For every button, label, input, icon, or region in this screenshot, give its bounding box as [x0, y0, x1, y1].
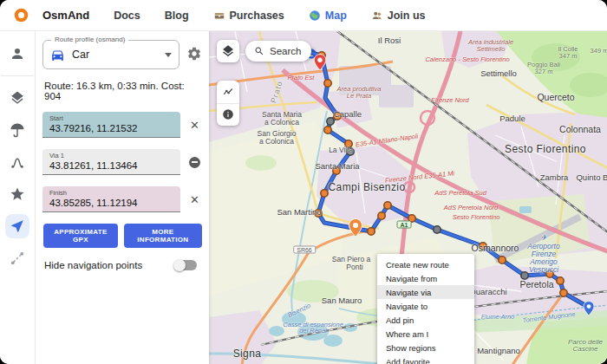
- track-analyzer-button[interactable]: [217, 81, 239, 103]
- point-field-start[interactable]: Start43.79216, 11.21532: [42, 112, 180, 138]
- track-icon: [10, 154, 25, 170]
- route-waypoint[interactable]: [408, 215, 415, 222]
- sidebar-item-plan-route[interactable]: [5, 246, 29, 270]
- nav-link-label: Purchases: [230, 10, 284, 22]
- nav-link-blog[interactable]: Blog: [165, 10, 189, 22]
- sidebar-item-layers[interactable]: [5, 86, 29, 110]
- nav-link-docs[interactable]: Docs: [114, 10, 140, 22]
- icon-sidebar: [0, 31, 36, 364]
- info-icon: [222, 108, 234, 120]
- route-waypoint[interactable]: [368, 228, 375, 235]
- globe-icon: [309, 10, 321, 22]
- star-icon: [10, 186, 25, 202]
- route-waypoint[interactable]: [333, 167, 340, 174]
- umbrella-icon: [10, 122, 25, 138]
- menu-item-where-am-i[interactable]: Where am I: [377, 327, 474, 341]
- route-waypoint[interactable]: [480, 243, 486, 250]
- close-icon: ✕: [190, 194, 199, 205]
- info-button[interactable]: [217, 103, 239, 127]
- point-coordinates: 43.79216, 11.21532: [49, 122, 173, 134]
- hide-navigation-points-toggle[interactable]: [174, 260, 197, 270]
- people-icon: [371, 10, 383, 22]
- sidebar-item-tracks[interactable]: [5, 150, 29, 174]
- route-waypoint[interactable]: [384, 202, 391, 209]
- layers-icon: [10, 90, 25, 106]
- route-panel: Route profile (osmand) Car Route: 16.3 k…: [36, 31, 209, 364]
- car-icon: [50, 48, 65, 62]
- nav-link-purchases[interactable]: Purchases: [213, 10, 284, 22]
- route-waypoint[interactable]: [345, 140, 352, 147]
- approximate-gpx-button[interactable]: APPROXIMATE GPX: [43, 224, 118, 248]
- route-waypoint[interactable]: [434, 226, 441, 233]
- nav-link-label: Docs: [114, 10, 140, 22]
- clear-point-button[interactable]: ✕: [180, 194, 209, 205]
- brand-title: OsmAnd: [42, 9, 89, 22]
- route-point-row-via-1: Via 143.81261, 11.13464: [42, 149, 209, 175]
- menu-item-create-new-route[interactable]: Create new route: [377, 257, 474, 271]
- more-information-button[interactable]: MORE INFORMATION: [124, 224, 202, 248]
- search-icon: [254, 46, 264, 56]
- minus-circle-icon: [189, 157, 200, 168]
- route-waypoint[interactable]: [315, 210, 322, 217]
- panel-buttons: APPROXIMATE GPXMORE INFORMATION: [43, 224, 202, 248]
- menu-item-navigate-to[interactable]: Navigate to: [377, 299, 474, 313]
- clear-point-button[interactable]: ✕: [180, 120, 209, 131]
- route-waypoint[interactable]: [378, 212, 385, 219]
- nav-link-label: Map: [325, 10, 347, 22]
- menu-item-navigate-from[interactable]: Navigate from: [377, 271, 474, 285]
- route-point-row-finish: Finish43.85285, 11.12194✕: [42, 186, 209, 212]
- gear-icon: [186, 46, 202, 62]
- map-search-button[interactable]: Search: [245, 41, 311, 62]
- route-waypoint[interactable]: [499, 257, 506, 263]
- map-canvas[interactable]: Il RosiArea industrialeSettimelloCalenza…: [209, 31, 607, 364]
- settings-gear-button[interactable]: [186, 46, 204, 63]
- sidebar-item-weather[interactable]: [5, 118, 29, 142]
- top-navbar: OsmAnd DocsBlogPurchasesMapJoin us: [0, 0, 607, 31]
- person-icon: [10, 46, 25, 62]
- menu-item-add-pin[interactable]: Add pin: [377, 313, 474, 327]
- sidebar-item-navigation[interactable]: [5, 214, 29, 238]
- nav-link-label: Join us: [388, 10, 426, 22]
- route-points-list: Start43.79216, 11.21532✕Via 143.81261, 1…: [42, 112, 209, 212]
- point-field-finish[interactable]: Finish43.85285, 11.12194: [42, 186, 180, 212]
- route-profile-value: Car: [72, 49, 158, 61]
- sidebar-item-account[interactable]: [5, 42, 29, 66]
- plan-icon: [10, 250, 25, 266]
- track-graph-icon: [222, 86, 234, 98]
- route-waypoint[interactable]: [321, 190, 328, 197]
- route-waypoint[interactable]: [557, 277, 564, 284]
- remove-point-button[interactable]: [180, 157, 209, 168]
- chevron-down-icon: [165, 53, 172, 57]
- map-tools-panel: [217, 81, 239, 126]
- sidebar-item-favorites[interactable]: [5, 182, 29, 206]
- nav-link-map[interactable]: Map: [309, 10, 347, 22]
- route-summary: Route: 16.3 km, 0:33 min. Cost: 904: [44, 81, 202, 101]
- route-waypoint[interactable]: [327, 118, 334, 125]
- route-waypoint[interactable]: [546, 270, 553, 277]
- nav-link-join-us[interactable]: Join us: [371, 10, 426, 22]
- divider: [1, 75, 34, 76]
- route-waypoint[interactable]: [324, 80, 331, 87]
- route-waypoint[interactable]: [324, 127, 331, 133]
- point-coordinates: 43.81261, 11.13464: [49, 159, 173, 172]
- menu-item-add-favorite[interactable]: Add favorite: [377, 354, 474, 364]
- route-waypoint[interactable]: [347, 148, 354, 155]
- map-layers-button[interactable]: [217, 40, 239, 62]
- menu-item-show-regions[interactable]: Show regions: [377, 341, 474, 354]
- menu-item-navigate-via[interactable]: Navigate via: [377, 285, 474, 299]
- route-waypoint[interactable]: [521, 272, 528, 279]
- purchases-icon: [213, 10, 225, 22]
- route-waypoint[interactable]: [560, 289, 567, 296]
- osmand-web-app: OsmAnd DocsBlogPurchasesMapJoin us Route…: [0, 0, 607, 364]
- point-label: Via 1: [49, 152, 173, 159]
- route-waypoint[interactable]: [334, 113, 341, 120]
- nav-link-label: Blog: [165, 10, 189, 22]
- close-icon: ✕: [190, 120, 199, 131]
- search-label: Search: [270, 46, 301, 56]
- layers-icon: [221, 44, 235, 58]
- route-profile-select[interactable]: Route profile (osmand) Car: [42, 40, 179, 69]
- point-label: Finish: [49, 189, 173, 197]
- osmand-logo-icon: [14, 8, 29, 23]
- point-label: Start: [49, 114, 173, 122]
- point-field-via-1[interactable]: Via 143.81261, 11.13464: [42, 149, 180, 175]
